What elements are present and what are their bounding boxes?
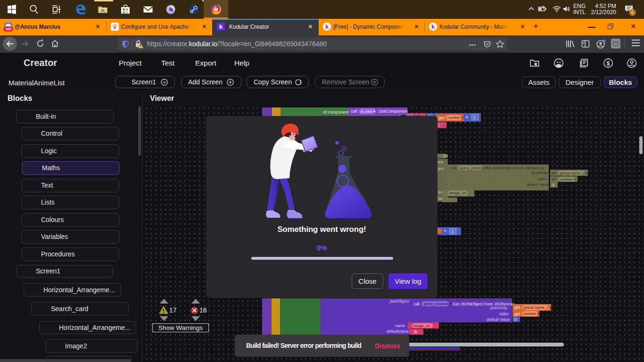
svg-text:$: $ [606,60,610,67]
